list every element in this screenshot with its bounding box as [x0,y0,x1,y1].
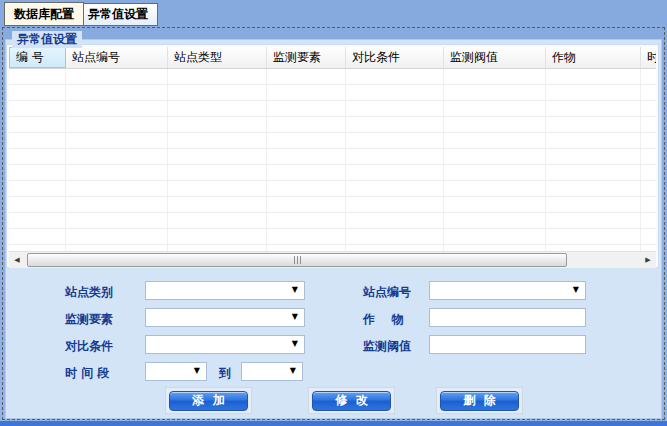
modify-button-frame: 修 改 [308,387,395,414]
horizontal-scrollbar[interactable]: ◀ ▶ [9,251,656,268]
column-header-threshold[interactable]: 监测阀值 [444,47,546,68]
grid-line [266,69,267,251]
grid-line [545,69,546,251]
grid-line [443,69,444,251]
grid-line [640,69,641,251]
chevron-down-icon: ▼ [573,286,579,294]
delete-button[interactable]: 删 除 [440,391,519,411]
compare-condition-label: 对比条件 [65,338,125,355]
tab-outlier-settings[interactable]: 异常值设置 [78,3,158,26]
grid-header-row: 编 号 站点编号 站点类型 监测要素 对比条件 监测阀值 作物 时 [9,47,656,69]
threshold-input[interactable] [429,335,586,354]
scroll-thumb[interactable] [27,253,567,267]
station-category-select[interactable]: ▼ [145,281,305,300]
station-category-label: 站点类别 [65,284,125,301]
scroll-right-button[interactable]: ▶ [640,252,656,268]
chevron-down-icon: ▼ [292,286,298,294]
station-id-select[interactable]: ▼ [429,281,586,300]
modify-button[interactable]: 修 改 [312,391,391,411]
monitor-element-label: 监测要素 [65,311,125,328]
column-header-station-type[interactable]: 站点类型 [168,47,267,68]
scrollbar-grip [297,256,298,264]
time-from-select[interactable]: ▼ [145,362,207,381]
crop-label: 作 物 [363,311,404,328]
crop-input[interactable] [429,308,586,327]
column-header-monitor-element[interactable]: 监测要素 [267,47,346,68]
column-header-compare-condition[interactable]: 对比条件 [346,47,444,68]
grid-line [167,69,168,251]
outlier-settings-window: 数据库配置 异常值设置 异常值设置 编 号 站点编号 站点类型 监测要素 对比条… [0,0,667,426]
column-header-crop[interactable]: 作物 [546,47,641,68]
chevron-down-icon: ▼ [290,367,296,375]
chevron-down-icon: ▼ [194,367,200,375]
monitor-element-select[interactable]: ▼ [145,308,305,327]
station-id-label: 站点编号 [363,284,411,301]
time-period-label: 时 间 段 [65,365,125,382]
chevron-down-icon: ▼ [292,340,298,348]
add-button[interactable]: 添 加 [169,391,248,411]
scrollbar-grip [300,256,301,264]
scroll-left-button[interactable]: ◀ [9,252,25,268]
to-label: 到 [219,365,231,382]
compare-condition-select[interactable]: ▼ [145,335,305,354]
add-button-frame: 添 加 [165,387,252,414]
tab-database-config[interactable]: 数据库配置 [4,2,84,26]
time-to-select[interactable]: ▼ [241,362,303,381]
scrollbar-grip [294,256,295,264]
chevron-down-icon: ▼ [292,313,298,321]
delete-button-frame: 删 除 [436,387,523,414]
column-header-time[interactable]: 时 [641,47,656,68]
grid-line [345,69,346,251]
threshold-label: 监测阈值 [363,338,411,355]
groupbox-title: 异常值设置 [12,31,82,48]
grid-body-empty[interactable] [9,69,656,251]
column-header-station-id[interactable]: 站点编号 [66,47,168,68]
window-bottom-edge [0,421,667,426]
grid-line [65,69,66,251]
outlier-grid: 编 号 站点编号 站点类型 监测要素 对比条件 监测阀值 作物 时 ◀ [7,45,658,267]
column-header-id[interactable]: 编 号 [9,47,66,68]
